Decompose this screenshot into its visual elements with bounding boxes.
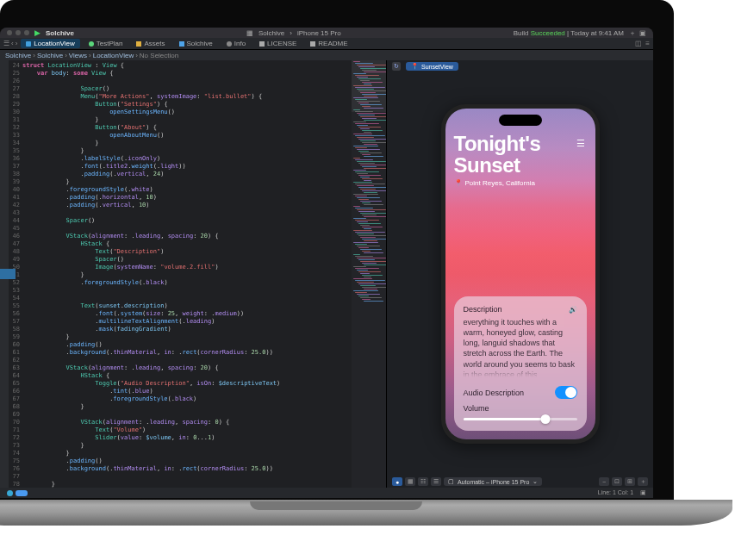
- preview-selector[interactable]: 📍 SunsetView: [406, 62, 458, 71]
- split-editor-icon[interactable]: ◫: [635, 40, 642, 47]
- tab-license[interactable]: LICENSE: [254, 39, 302, 48]
- window-controls[interactable]: [7, 30, 29, 35]
- filter-icon[interactable]: [7, 490, 13, 496]
- device-frame: ☰ Tonight's Sunset 📍 Point Reyes, Califo…: [441, 104, 600, 444]
- pin-icon: 📍: [411, 63, 419, 70]
- proj-icon: [179, 41, 184, 47]
- variants-button[interactable]: ☷: [418, 477, 428, 486]
- volume-slider[interactable]: [464, 418, 577, 420]
- tab-readme[interactable]: README: [305, 39, 352, 48]
- tabbar: ☰ ‹ › LocationViewTestPlanAssetsSolchive…: [0, 38, 653, 50]
- dynamic-island: [499, 115, 542, 126]
- editor-options-icon[interactable]: ≡: [645, 40, 650, 47]
- tab-info[interactable]: Info: [221, 39, 251, 48]
- run-button[interactable]: ▶: [34, 28, 40, 37]
- txt-icon: [259, 41, 265, 47]
- speaker-icon[interactable]: 🔊: [569, 306, 577, 314]
- audio-description-toggle[interactable]: [555, 386, 577, 399]
- device-settings-button[interactable]: ☰: [431, 477, 441, 486]
- swift-icon: [26, 41, 31, 47]
- inspector-toggle-icon[interactable]: ▣: [640, 489, 646, 495]
- description-card: Description 🔊 everything it touches with…: [454, 296, 587, 431]
- zoom-fit-button[interactable]: ⊡: [612, 477, 622, 486]
- txt-icon: [310, 41, 315, 47]
- info-icon: [227, 41, 232, 47]
- laptop-notch: [250, 501, 422, 510]
- code-editor[interactable]: struct LocationView : View { var body: s…: [22, 60, 352, 488]
- description-text: everything it touches with a warm, honey…: [464, 317, 577, 377]
- breadcrumb-device[interactable]: iPhone 15 Pro: [297, 29, 341, 37]
- jump-bar[interactable]: Solchive › Solchive › Views › LocationVi…: [0, 50, 653, 60]
- assets-icon: [136, 41, 141, 47]
- zoom-actual-button[interactable]: ⊞: [625, 477, 635, 486]
- library-button[interactable]: ▣: [639, 29, 646, 37]
- tab-assets[interactable]: Assets: [131, 39, 170, 48]
- tab-solchive[interactable]: Solchive: [174, 39, 218, 48]
- live-preview-button[interactable]: ●: [392, 477, 402, 486]
- preview-panel: ↻ 📍 SunsetView ☰: [386, 60, 653, 488]
- tab-testplan[interactable]: TestPlan: [84, 39, 128, 48]
- description-heading: Description: [464, 305, 502, 314]
- location-pin-icon: 📍: [454, 179, 463, 187]
- add-button[interactable]: ＋: [629, 28, 636, 38]
- status-bar: Line: 1 Col: 1 ▣: [0, 488, 653, 498]
- minimap[interactable]: [352, 60, 386, 488]
- cursor-position: Line: 1 Col: 1 ▣: [598, 489, 646, 496]
- app-title: Tonight's Sunset: [454, 133, 587, 176]
- location-label: 📍 Point Reyes, California: [454, 179, 587, 187]
- build-status: Build Succeeded | Today at 9:41 AM: [514, 29, 624, 37]
- issue-indicator[interactable]: [0, 269, 16, 279]
- sidebar-toggle-icon[interactable]: ☰: [3, 40, 9, 47]
- nav-forward-icon[interactable]: ›: [16, 40, 18, 47]
- xcode-window: ▶ Solchive ▦ Solchive › iPhone 15 Pro Bu…: [0, 28, 653, 498]
- scheme-name[interactable]: Solchive: [46, 29, 74, 37]
- tab-locationview[interactable]: LocationView: [21, 39, 79, 48]
- audio-description-label: Audio Description: [464, 389, 525, 397]
- breadcrumb-scheme-icon: ▦: [246, 29, 253, 37]
- zoom-in-button[interactable]: ＋: [638, 477, 648, 486]
- volume-label: Volume: [464, 404, 489, 413]
- filter-pill[interactable]: [16, 490, 28, 496]
- list-icon[interactable]: ☰: [576, 138, 585, 149]
- test-icon: [89, 41, 94, 47]
- preview-canvas[interactable]: ☰ Tonight's Sunset 📍 Point Reyes, Califo…: [387, 72, 653, 476]
- breadcrumb-scheme[interactable]: Solchive: [258, 29, 284, 37]
- selectable-preview-button[interactable]: ▦: [405, 477, 415, 486]
- zoom-out-button[interactable]: −: [599, 477, 609, 486]
- titlebar: ▶ Solchive ▦ Solchive › iPhone 15 Pro Bu…: [0, 28, 653, 38]
- nav-back-icon[interactable]: ‹: [11, 40, 14, 47]
- preview-refresh-button[interactable]: ↻: [392, 62, 401, 71]
- device-selector[interactable]: ▢Automatic – iPhone 15 Pro⌄: [444, 477, 542, 486]
